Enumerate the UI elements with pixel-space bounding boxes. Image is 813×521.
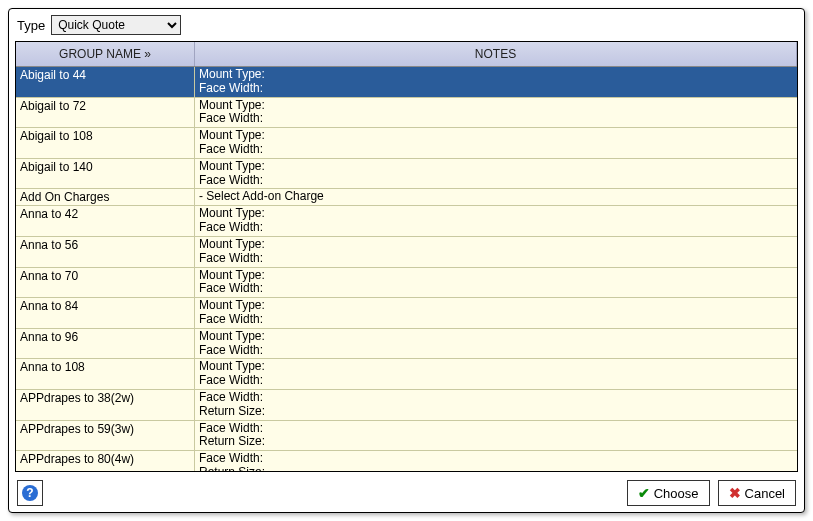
cell-notes: Mount Type: Face Width: [195,268,797,298]
cell-group-name: APPdrapes to 59(3w) [16,421,195,451]
cell-notes: Face Width: Return Size: [195,390,797,420]
table: GROUP NAME » NOTES Abigail to 44Mount Ty… [15,41,798,472]
table-row[interactable]: Anna to 56Mount Type: Face Width: [16,237,797,268]
table-row[interactable]: Abigail to 140Mount Type: Face Width: [16,159,797,190]
cancel-label: Cancel [745,486,785,501]
cell-group-name: APPdrapes to 80(4w) [16,451,195,471]
cell-notes: Mount Type: Face Width: [195,359,797,389]
x-icon: ✖ [729,485,741,501]
cell-notes: Mount Type: Face Width: [195,128,797,158]
cell-group-name: Abigail to 72 [16,98,195,128]
table-body[interactable]: Abigail to 44Mount Type: Face Width:Abig… [16,67,797,471]
type-label: Type [17,18,45,33]
table-row[interactable]: APPdrapes to 59(3w)Face Width: Return Si… [16,421,797,452]
dialog-window: Type Quick Quote GROUP NAME » NOTES Abig… [8,8,805,513]
table-row[interactable]: Anna to 108Mount Type: Face Width: [16,359,797,390]
help-icon: ? [22,485,38,501]
table-row[interactable]: Anna to 84Mount Type: Face Width: [16,298,797,329]
cell-notes: Mount Type: Face Width: [195,329,797,359]
cell-notes: Mount Type: Face Width: [195,206,797,236]
cancel-button[interactable]: ✖ Cancel [718,480,796,506]
cell-group-name: Anna to 108 [16,359,195,389]
cell-group-name: Abigail to 108 [16,128,195,158]
cell-notes: Mount Type: Face Width: [195,98,797,128]
footer: ? ✔ Choose ✖ Cancel [9,474,804,512]
col-header-group[interactable]: GROUP NAME » [16,42,195,66]
cell-group-name: Anna to 96 [16,329,195,359]
cell-group-name: Add On Charges [16,189,195,205]
table-row[interactable]: Add On Charges- Select Add-on Charge [16,189,797,206]
type-select[interactable]: Quick Quote [51,15,181,35]
col-header-notes[interactable]: NOTES [195,42,797,66]
cell-notes: Face Width: Return Size: [195,421,797,451]
cell-group-name: Abigail to 140 [16,159,195,189]
table-row[interactable]: Anna to 96Mount Type: Face Width: [16,329,797,360]
type-bar: Type Quick Quote [9,9,804,39]
table-row[interactable]: APPdrapes to 38(2w)Face Width: Return Si… [16,390,797,421]
cell-group-name: Anna to 56 [16,237,195,267]
check-icon: ✔ [638,485,650,501]
cell-notes: Mount Type: Face Width: [195,159,797,189]
cell-notes: Mount Type: Face Width: [195,67,797,97]
cell-group-name: Abigail to 44 [16,67,195,97]
cell-notes: Mount Type: Face Width: [195,237,797,267]
table-row[interactable]: Anna to 70Mount Type: Face Width: [16,268,797,299]
cell-group-name: Anna to 42 [16,206,195,236]
cell-notes: Mount Type: Face Width: [195,298,797,328]
cell-notes: Face Width: Return Size: [195,451,797,471]
help-button[interactable]: ? [17,480,43,506]
table-row[interactable]: Abigail to 108Mount Type: Face Width: [16,128,797,159]
table-row[interactable]: APPdrapes to 80(4w)Face Width: Return Si… [16,451,797,471]
table-row[interactable]: Abigail to 44Mount Type: Face Width: [16,67,797,98]
table-row[interactable]: Abigail to 72Mount Type: Face Width: [16,98,797,129]
table-row[interactable]: Anna to 42Mount Type: Face Width: [16,206,797,237]
choose-label: Choose [654,486,699,501]
choose-button[interactable]: ✔ Choose [627,480,710,506]
cell-group-name: Anna to 70 [16,268,195,298]
table-header: GROUP NAME » NOTES [16,42,797,67]
cell-group-name: APPdrapes to 38(2w) [16,390,195,420]
cell-notes: - Select Add-on Charge [195,189,797,205]
cell-group-name: Anna to 84 [16,298,195,328]
